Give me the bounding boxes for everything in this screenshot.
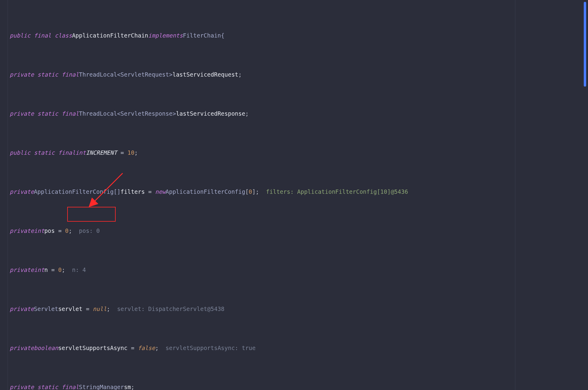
code-line[interactable]: private int n = 0; n: 4	[8, 263, 588, 276]
code-line[interactable]: private ApplicationFilterConfig[] filter…	[8, 185, 588, 198]
code-line[interactable]: private int pos = 0; pos: 0	[8, 224, 588, 237]
code-line[interactable]: private boolean servletSupportsAsync = f…	[8, 342, 588, 355]
code-line[interactable]: public static final int INCREMENT = 10;	[8, 146, 588, 159]
inline-value: pos: 0	[72, 224, 100, 237]
code-line[interactable]: private Servlet servlet = null; servlet:…	[8, 302, 588, 316]
inline-value: filters: ApplicationFilterConfig[10]@543…	[259, 185, 408, 198]
inline-value: servlet: DispatcherServlet@5438	[110, 302, 225, 316]
inline-value: servletSupportsAsync: true	[159, 342, 256, 355]
code-line[interactable]: private static final ThreadLocal<Servlet…	[8, 107, 588, 120]
code-editor[interactable]: public final class ApplicationFilterChai…	[0, 0, 588, 390]
code-line[interactable]: public final class ApplicationFilterChai…	[8, 29, 588, 42]
code-line[interactable]: private static final ThreadLocal<Servlet…	[8, 68, 588, 81]
code-line[interactable]: private static final StringManager sm;	[8, 381, 588, 390]
inline-value: n: 4	[65, 263, 86, 276]
